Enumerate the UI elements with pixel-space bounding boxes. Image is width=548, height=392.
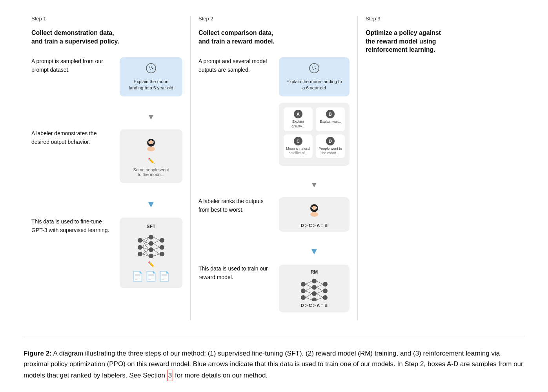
box-text-a: Explain gravity... bbox=[286, 120, 310, 129]
svg-point-3 bbox=[152, 68, 153, 69]
box-text-c: Moon is natural satellite of... bbox=[286, 147, 310, 156]
svg-line-30 bbox=[153, 240, 160, 243]
section-ref: 3 bbox=[167, 370, 173, 381]
svg-point-1 bbox=[149, 67, 150, 68]
svg-point-52 bbox=[323, 282, 328, 287]
step2-row1: A prompt and several model outputs are s… bbox=[198, 57, 350, 166]
svg-line-62 bbox=[317, 284, 323, 287]
cookie-icon-step2 bbox=[309, 63, 320, 76]
svg-line-59 bbox=[306, 294, 312, 298]
svg-line-61 bbox=[317, 281, 323, 284]
svg-line-32 bbox=[153, 247, 160, 250]
svg-point-12 bbox=[138, 252, 142, 256]
svg-line-55 bbox=[306, 281, 312, 284]
step1-row1: A prompt is sampled from our prompt data… bbox=[31, 57, 182, 96]
person-icon-step1 bbox=[142, 136, 160, 154]
arrow2-step2: ▼ bbox=[310, 247, 319, 256]
prompt-card-step2: Explain the moon landing to a 6 year old bbox=[279, 57, 350, 96]
svg-point-40 bbox=[312, 69, 313, 69]
svg-point-37 bbox=[315, 66, 315, 67]
svg-point-36 bbox=[312, 67, 313, 68]
svg-point-4 bbox=[150, 69, 151, 70]
letter-c: C bbox=[294, 137, 302, 145]
letter-a: A bbox=[294, 110, 302, 118]
arrow2-step1: ▼ bbox=[146, 200, 156, 209]
step2-visual1: Explain the moon landing to a 6 year old… bbox=[279, 57, 350, 166]
output-box-b: B Explain war... bbox=[316, 107, 345, 131]
prompt-card-step1: Explain the moon landing to a 6 year old bbox=[120, 57, 182, 96]
arrow1-step2: ▼ bbox=[310, 181, 318, 189]
svg-point-0 bbox=[146, 64, 156, 73]
svg-line-65 bbox=[317, 294, 323, 298]
svg-line-31 bbox=[153, 243, 160, 247]
svg-point-5 bbox=[149, 69, 149, 69]
svg-point-16 bbox=[149, 254, 153, 258]
step1-visual2: ✏️ Some people wentto the moon... bbox=[120, 129, 182, 183]
svg-line-27 bbox=[142, 250, 149, 254]
svg-point-13 bbox=[149, 235, 153, 240]
box-text-b: Explain war... bbox=[320, 120, 341, 124]
svg-point-44 bbox=[310, 212, 318, 217]
person-icon-step2 bbox=[305, 201, 324, 220]
labeler-box-step1: ✏️ Some people wentto the moon... bbox=[120, 129, 182, 183]
step1-visual3: SFT bbox=[120, 218, 182, 288]
output-grid: A Explain gravity... B Explain war... C … bbox=[279, 103, 350, 166]
svg-point-45 bbox=[301, 282, 306, 287]
labeler-ranking-box: D > C > A = B bbox=[279, 197, 350, 232]
svg-point-15 bbox=[149, 247, 153, 252]
letter-d: D bbox=[326, 137, 335, 145]
svg-point-43 bbox=[312, 206, 316, 210]
step3-label: Step 3 bbox=[366, 16, 517, 22]
svg-point-54 bbox=[323, 295, 328, 300]
svg-point-38 bbox=[315, 68, 317, 69]
svg-line-64 bbox=[317, 291, 323, 294]
step1-visual1: Explain the moon landing to a 6 year old bbox=[120, 57, 182, 96]
rm-network-icon bbox=[299, 277, 330, 301]
output-box-c: C Moon is natural satellite of... bbox=[284, 134, 313, 158]
svg-line-60 bbox=[306, 298, 312, 300]
figure-label: Figure 2: bbox=[24, 350, 52, 357]
rm-label: RM bbox=[311, 269, 318, 275]
prompt-card-text-step2: Explain the moon landing to a 6 year old bbox=[285, 78, 343, 91]
svg-point-39 bbox=[313, 69, 314, 70]
step2-desc2: A labeler ranks the outputs from best to… bbox=[198, 197, 273, 214]
svg-point-17 bbox=[160, 238, 164, 243]
svg-line-33 bbox=[153, 250, 160, 254]
svg-line-58 bbox=[306, 291, 312, 294]
caption-area: Figure 2: A diagram illustrating the thr… bbox=[24, 348, 524, 381]
step2-column: Step 2 Collect comparison data,and train… bbox=[191, 16, 358, 320]
step2-visual3: RM bbox=[279, 265, 350, 312]
output-box-d: D People went to the moon... bbox=[316, 134, 345, 158]
step2-title: Collect comparison data,and train a rewa… bbox=[198, 29, 350, 45]
svg-line-24 bbox=[142, 243, 149, 247]
prompt-card-text-step1: Explain the moon landing to a 6 year old bbox=[126, 78, 176, 91]
caption-text2: for more details on our method. bbox=[173, 372, 268, 379]
svg-point-14 bbox=[149, 241, 153, 246]
cookie-icon bbox=[146, 63, 157, 76]
svg-point-46 bbox=[301, 289, 306, 293]
step2-row3: This data is used to train our reward mo… bbox=[198, 265, 350, 312]
sft-network-icon bbox=[135, 232, 167, 258]
output-grid-top: A Explain gravity... B Explain war... bbox=[284, 107, 345, 131]
svg-point-53 bbox=[323, 289, 328, 293]
arrow1-step1: ▼ bbox=[147, 113, 155, 121]
docs-row-sft: 📄📄📄 bbox=[132, 271, 170, 282]
step2-desc3: This data is used to train our reward mo… bbox=[198, 265, 273, 281]
step3-title: Optimize a policy againstthe reward mode… bbox=[366, 29, 517, 54]
output-grid-bottom: C Moon is natural satellite of... D Peop… bbox=[284, 134, 345, 158]
step3-column: Step 3 Optimize a policy againstthe rewa… bbox=[358, 16, 524, 320]
svg-line-29 bbox=[153, 237, 160, 240]
svg-line-57 bbox=[306, 287, 312, 291]
svg-line-63 bbox=[317, 287, 323, 291]
sft-label: SFT bbox=[147, 224, 156, 229]
svg-line-34 bbox=[153, 254, 160, 256]
step1-desc2: A labeler demonstrates the desired outpu… bbox=[31, 129, 113, 146]
svg-line-56 bbox=[306, 284, 312, 287]
svg-point-9 bbox=[147, 147, 155, 151]
step1-desc1: A prompt is sampled from our prompt data… bbox=[31, 57, 113, 74]
step1-label: Step 1 bbox=[31, 16, 182, 22]
svg-point-18 bbox=[160, 245, 164, 250]
labeler-text-step1: Some people wentto the moon... bbox=[133, 167, 169, 177]
rm-box: RM bbox=[279, 265, 350, 312]
step2-visual2: D > C > A = B bbox=[279, 197, 350, 232]
